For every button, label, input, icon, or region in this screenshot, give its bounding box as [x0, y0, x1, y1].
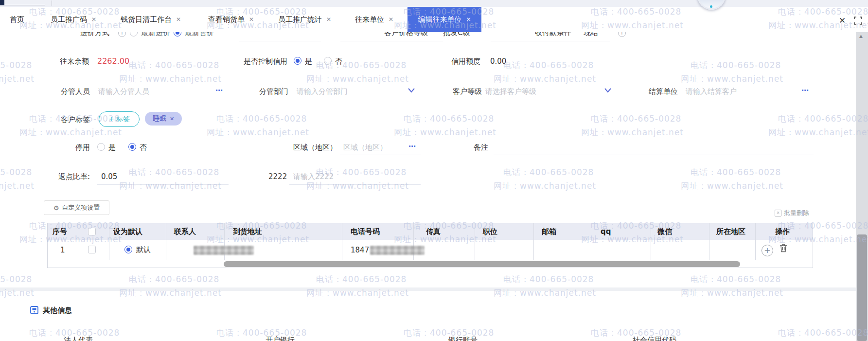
col-header-qq[interactable]: qq	[601, 223, 611, 240]
col-header-region[interactable]: 所在地区	[716, 223, 745, 240]
custom-field-label: 2222	[268, 172, 287, 181]
credit-control-label: 是否控制信用	[244, 57, 287, 66]
balance-label: 往来余额	[60, 57, 89, 66]
customer-level-select[interactable]: 请选择客户等级	[485, 87, 536, 96]
page-scrollbar-thumb[interactable]	[857, 234, 867, 341]
manager-input[interactable]: 请输入分管人员	[98, 87, 149, 96]
table-horizontal-scrollbar[interactable]	[224, 261, 740, 267]
col-header-contact[interactable]: 联系人	[174, 223, 196, 240]
input-underline	[96, 99, 224, 99]
remark-input-underline[interactable]	[494, 155, 814, 155]
tab-bar: 首页 员工推广码 ✕ 钱货日清工作台 ✕ 查看销货单 ✕ 员工推广统计 ✕ 往来…	[0, 7, 868, 32]
stop-use-yes-label: 是	[108, 143, 116, 152]
tab-close-icon[interactable]: ✕	[466, 16, 471, 23]
top-left-navy-block	[0, 0, 4, 5]
input-underline	[340, 41, 443, 41]
tab-close-icon[interactable]: ✕	[249, 16, 254, 23]
credit-control-yes-label: 是	[305, 57, 312, 66]
stop-use-label: 停用	[75, 143, 90, 152]
rebate-label: 返点比率:	[58, 172, 90, 181]
credit-control-no-radio[interactable]	[324, 57, 332, 65]
col-header-index[interactable]: 序号	[53, 223, 67, 240]
rebate-value[interactable]: 0.05	[101, 172, 117, 181]
tab-label: 查看销货单	[208, 15, 245, 24]
tab-label: 编辑往来单位	[418, 15, 461, 24]
chevron-down-icon[interactable]	[604, 86, 612, 95]
window-close-icon[interactable]: ✕	[837, 16, 847, 25]
batch-delete-button[interactable]: ✕ 批量删除	[775, 209, 809, 217]
region-input[interactable]: 区域（地区）	[343, 143, 387, 152]
tag-remove-icon[interactable]: ✕	[170, 116, 174, 122]
manager-label: 分管人员	[61, 87, 90, 96]
row-default-radio[interactable]	[124, 246, 132, 253]
input-underline	[239, 41, 321, 41]
col-header-email[interactable]: 邮箱	[542, 223, 556, 240]
tab-edit-business-partner[interactable]: 编辑往来单位 ✕	[407, 7, 481, 32]
credit-control-yes-radio[interactable]	[294, 57, 301, 65]
input-underline	[289, 184, 421, 185]
tab-close-icon[interactable]: ✕	[326, 16, 331, 23]
bank-name-label: 开户银行	[266, 336, 295, 341]
col-header-address[interactable]: 到货地址	[233, 223, 262, 240]
tab-label: 首页	[10, 15, 24, 24]
add-contact-row-icon[interactable]: +	[762, 245, 773, 256]
tab-home[interactable]: 首页	[10, 7, 24, 32]
tab-close-icon[interactable]: ✕	[91, 16, 96, 23]
select-all-checkbox[interactable]	[88, 228, 96, 235]
department-input[interactable]: 请输入分管部门	[297, 87, 348, 96]
tab-close-icon[interactable]: ✕	[176, 16, 181, 23]
row-checkbox[interactable]	[88, 246, 96, 253]
stop-use-no-radio[interactable]	[128, 143, 136, 151]
tab-employee-promo-stats[interactable]: 员工推广统计 ✕	[278, 7, 331, 32]
fullscreen-icon[interactable]	[854, 17, 862, 27]
col-header-wechat[interactable]: 微信	[657, 223, 672, 240]
gear-icon: ⚙	[53, 204, 59, 212]
settle-unit-label: 结算单位	[649, 87, 678, 96]
delete-contact-row-icon[interactable]	[779, 244, 787, 254]
region-picker-ellipsis[interactable]: ⋯	[408, 142, 416, 151]
tab-daily-clear-workbench[interactable]: 钱货日清工作台 ✕	[121, 7, 181, 32]
other-info-icon	[30, 306, 38, 316]
batch-delete-label: 批量删除	[784, 209, 809, 217]
tab-view-sales-order[interactable]: 查看销货单 ✕	[208, 7, 254, 32]
scrollbar-up-arrow[interactable]: ▲	[859, 34, 863, 38]
batch-delete-icon: ✕	[775, 210, 781, 216]
tag-pill-sleep[interactable]: 睡眠 ✕	[145, 112, 182, 126]
credit-control-no-label: 否	[335, 57, 342, 66]
tab-close-icon[interactable]: ✕	[389, 16, 393, 23]
row-index: 1	[60, 240, 65, 260]
row-phone-prefix: 1847	[351, 240, 369, 260]
custom-fields-settings-button[interactable]: ⚙ 自定义项设置	[44, 200, 109, 215]
stop-use-yes-radio[interactable]	[97, 143, 105, 151]
other-info-title: 其他信息	[43, 306, 72, 315]
department-label: 分管部门	[259, 87, 288, 96]
input-underline	[340, 155, 421, 155]
add-tag-button[interactable]: + 标签	[99, 111, 140, 127]
region-label: 区域（地区）	[293, 143, 337, 152]
credit-limit-value[interactable]: 0.00	[490, 57, 506, 66]
input-underline	[484, 99, 610, 99]
input-underline	[491, 41, 610, 41]
custom-fields-settings-label: 自定义项设置	[62, 203, 100, 212]
tab-business-partners[interactable]: 往来单位 ✕	[355, 7, 393, 32]
tab-label: 员工推广码	[51, 15, 87, 24]
manager-picker-ellipsis[interactable]: ⋯	[215, 86, 223, 95]
col-header-position[interactable]: 职位	[483, 223, 497, 240]
col-header-actions[interactable]: 操作	[775, 223, 790, 240]
settle-unit-input[interactable]: 请输入结算客户	[686, 87, 737, 96]
chevron-down-icon[interactable]	[407, 86, 415, 95]
tab-label: 员工推广统计	[278, 15, 322, 24]
col-header-default[interactable]: 设为默认	[113, 223, 142, 240]
col-header-phone[interactable]: 电话号码	[351, 223, 380, 240]
tab-employee-promo-code[interactable]: 员工推广码 ✕	[51, 7, 96, 32]
balance-value: 2262.00	[97, 56, 129, 66]
row-contact-name-redacted	[194, 246, 254, 255]
credit-code-label: 社会信用代码	[633, 336, 676, 341]
legal-rep-label: 法人代表	[64, 336, 93, 341]
col-header-fax[interactable]: 传真	[426, 223, 441, 240]
tab-label: 钱货日清工作台	[121, 15, 172, 24]
settle-unit-picker-ellipsis[interactable]: ⋯	[801, 86, 809, 95]
custom-field-input[interactable]: 请输入2222	[293, 172, 334, 181]
tab-label: 往来单位	[355, 15, 384, 24]
tag-label: 睡眠	[153, 114, 166, 123]
